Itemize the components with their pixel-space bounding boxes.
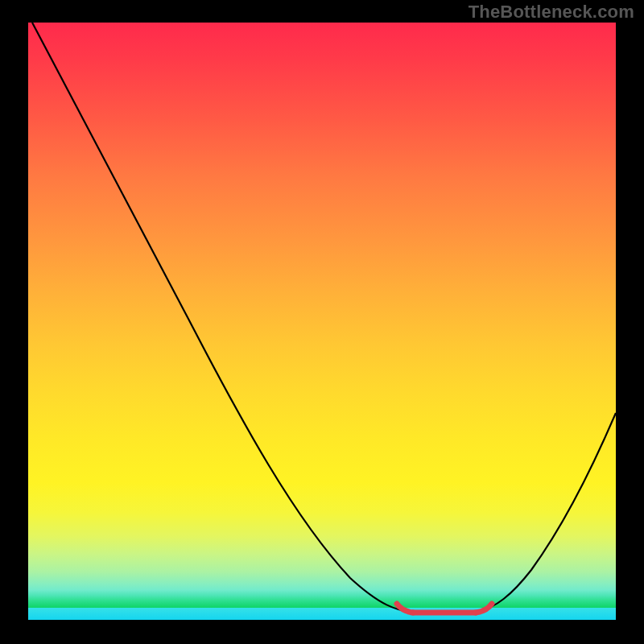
plot-area (28, 23, 616, 620)
curve-layer (28, 23, 616, 620)
bottleneck-curve (32, 23, 616, 613)
watermark-text: TheBottleneck.com (469, 2, 634, 23)
chart-container: TheBottleneck.com (0, 0, 644, 644)
optimal-marker-right (476, 604, 492, 613)
